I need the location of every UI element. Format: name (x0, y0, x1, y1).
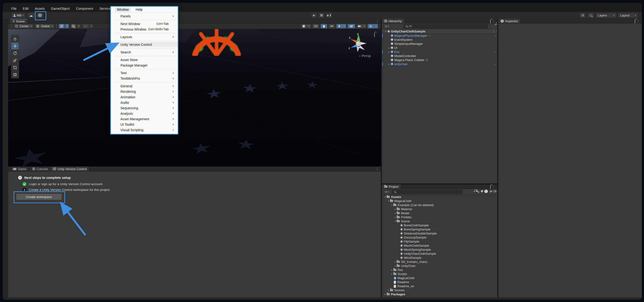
lighting-toggle-button[interactable] (320, 24, 327, 28)
project-row[interactable]: Readme (382, 280, 497, 284)
persp-label[interactable]: ‹ Persp (359, 54, 371, 58)
menu-component[interactable]: Component (76, 6, 93, 11)
hierarchy-row[interactable]: ▸ Env › (382, 50, 497, 54)
hidden-count[interactable]: 18 (489, 190, 496, 193)
star-icon[interactable]: ☆ (428, 34, 431, 38)
project-row[interactable]: FlipSample (382, 240, 497, 244)
hierarchy-row[interactable]: EventSystem (382, 38, 497, 42)
menu-item-ui-toolkit[interactable]: UI Toolkit (111, 122, 178, 127)
gizmos-dropdown[interactable]: ▾ (368, 24, 378, 28)
add-object-button[interactable]: +▾ (383, 24, 390, 29)
collapsed-arrow-icon[interactable]: ▸ (394, 216, 397, 218)
toolbar-grip[interactable] (11, 24, 12, 28)
project-row[interactable]: MeshSpringSample (382, 248, 497, 252)
menu-item-audio[interactable]: Audio (111, 100, 178, 105)
collapsed-arrow-icon[interactable]: ▸ (387, 289, 390, 292)
menu-item-unity-version-control[interactable]: Unity Version Control (111, 42, 178, 47)
project-search-input[interactable] (392, 190, 462, 194)
asset-types-icon[interactable] (476, 190, 479, 193)
orientation-gizmo[interactable]: y x z (346, 32, 370, 56)
project-row[interactable]: WindSample (382, 256, 497, 260)
project-row[interactable]: ▸Scenes (382, 288, 497, 292)
create-workspace-button[interactable]: Create workspace (16, 194, 62, 200)
expanded-arrow-icon[interactable]: ▾ (384, 196, 387, 198)
tab-scene[interactable]: # Scene (10, 19, 28, 23)
toolbar-grip[interactable] (56, 24, 57, 28)
layers-dropdown[interactable]: Layers▾ (596, 12, 616, 18)
project-row[interactable]: ▸Prefabs (382, 215, 497, 219)
project-row[interactable]: ▸Res (382, 268, 497, 272)
search-button[interactable] (588, 12, 594, 18)
alerts-filter-icon[interactable]: ! (484, 190, 488, 193)
grid-snap-caret[interactable]: ▾ (77, 24, 80, 28)
cloud-services-button[interactable]: ☁ (28, 12, 34, 18)
snap-increment-button[interactable] (82, 24, 89, 28)
project-row[interactable]: DressUpSample (382, 236, 497, 240)
open-prefab-chevron-icon[interactable]: › (494, 34, 496, 38)
menu-item-animation[interactable]: Animation (111, 94, 178, 100)
tab-project[interactable]: Project (382, 184, 401, 189)
menu-gameobject[interactable]: GameObject (51, 6, 70, 11)
menu-item-text[interactable]: Text (111, 70, 178, 76)
hierarchy-row[interactable]: SimpleInputManager (382, 42, 497, 46)
collapsed-arrow-icon[interactable]: ▸ (388, 63, 390, 65)
menu-item-layouts[interactable]: Layouts (111, 34, 178, 40)
gizmo-lock-icon[interactable] (374, 33, 375, 37)
pause-button[interactable] (318, 12, 324, 18)
menu-item-package-manager[interactable]: Package Manager (111, 62, 178, 68)
collapsed-arrow-icon[interactable]: ▸ (388, 51, 390, 53)
menu-edit[interactable]: Edit (23, 6, 28, 11)
menu-item-previous-window[interactable]: Previous WindowCtrl+Shift+Tab (111, 26, 178, 32)
scene-kebab-icon[interactable]: ⋮ (376, 20, 379, 23)
scale-tool[interactable] (11, 57, 19, 64)
scene-visibility-button[interactable] (348, 24, 355, 28)
panel-kebab-icon[interactable]: ⋮ (376, 168, 379, 171)
project-row[interactable]: DistanceDisableSample (382, 232, 497, 236)
expanded-arrow-icon[interactable]: ▾ (394, 220, 397, 222)
open-prefab-chevron-icon[interactable]: › (494, 62, 496, 66)
hierarchy-row[interactable]: Magica Plane Collider (382, 58, 497, 62)
hierarchy-scene-row[interactable]: ▾ UnityChanClothSample ⋮ (382, 29, 497, 34)
tab-inspector[interactable]: i Inspector (498, 19, 520, 23)
label-tag-icon[interactable] (480, 190, 483, 192)
project-row[interactable]: BoneClothSample (382, 223, 497, 227)
menu-item-search[interactable]: Search (111, 50, 178, 55)
collapsed-arrow-icon[interactable]: ▸ (384, 293, 387, 296)
account-button[interactable]: MB ▾ (11, 12, 26, 18)
project-row[interactable]: BoneSpringSample (382, 227, 497, 232)
expanded-arrow-icon[interactable]: ▾ (384, 30, 387, 32)
menu-item-analysis[interactable]: Analysis (111, 111, 178, 116)
project-row[interactable]: ▾Example (Can be deleted) (382, 203, 497, 207)
version-control-button[interactable] (36, 12, 44, 18)
project-row[interactable]: MagicaCloth (382, 276, 497, 280)
menu-item-rendering[interactable]: Rendering (111, 89, 178, 94)
tab-console[interactable]: Console (30, 166, 50, 171)
project-row[interactable]: ▾Scene (382, 219, 497, 223)
vertical-splitter[interactable] (497, 19, 498, 298)
project-row[interactable]: ▸SD_Kohaku_chanz (382, 260, 497, 264)
project-row[interactable]: ▾MagicaCloth (382, 199, 497, 203)
expanded-arrow-icon[interactable]: ▾ (387, 200, 390, 202)
play-button[interactable]: ▶ (311, 12, 317, 18)
menu-file[interactable]: File (11, 6, 17, 11)
menu-item-general[interactable]: General (111, 83, 178, 89)
grid-visibility-caret[interactable]: ▾ (65, 24, 69, 28)
project-row[interactable]: ▸Material (382, 207, 497, 211)
menu-item-visual-scripting[interactable]: Visual Scripting (111, 127, 178, 133)
panel-kebab-icon[interactable]: ⋮ (492, 185, 496, 188)
vertical-splitter[interactable] (381, 19, 382, 298)
hierarchy-row[interactable]: MagicaPhysicsManager ☆ › (382, 34, 497, 38)
collapsed-arrow-icon[interactable]: ▸ (394, 261, 397, 263)
collapsed-arrow-icon[interactable]: ▸ (388, 47, 390, 49)
audio-toggle-button[interactable] (328, 24, 335, 28)
snap-increment-caret[interactable]: ▾ (90, 24, 93, 28)
tab-game[interactable]: Game (10, 166, 29, 171)
project-row[interactable]: UnityChanClothSample (382, 252, 497, 256)
step-button[interactable]: ▶ (326, 12, 332, 18)
grid-visibility-button[interactable] (59, 24, 65, 28)
menu-item-asset-store[interactable]: Asset Store (111, 57, 178, 62)
menu-item-panels[interactable]: Panels (111, 13, 178, 19)
rotate-tool[interactable] (11, 50, 19, 57)
project-row[interactable]: ▸UnityChan (382, 264, 497, 268)
collapsed-arrow-icon[interactable]: ▸ (394, 265, 397, 267)
